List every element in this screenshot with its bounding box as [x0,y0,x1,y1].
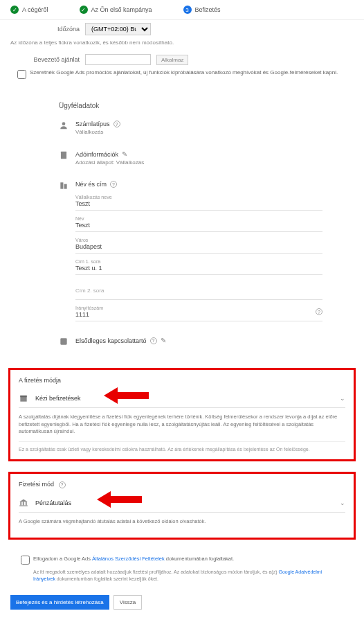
name-field[interactable]: Név Teszt [75,211,322,232]
input-value: 1111 [75,311,103,318]
svg-rect-10 [23,502,24,505]
promo-checkbox-label: Szeretnék Google Ads promóciós ajánlatok… [30,69,338,76]
step-label: Befizetés [195,6,221,13]
back-button[interactable]: Vissza [113,595,142,610]
step-company[interactable]: ✓ A cégéről [10,6,48,14]
input-value: Teszt [75,200,322,207]
selected-value: Kézi befizetések [35,395,333,402]
timezone-label: Időzóna [10,26,80,33]
promo-opt-in: Szeretnék Google Ads promóciós ajánlatok… [0,68,364,86]
step-campaign[interactable]: ✓ Az Ön első kampánya [80,6,152,14]
section-title: Ügyféladatok [59,102,322,109]
box-description: A Google számára végrehajtandó átutalás … [19,518,345,526]
svg-point-0 [62,122,66,125]
input-label: Név [75,216,322,221]
calendar-icon [19,393,28,403]
input-label: Irányítószám [75,305,103,310]
promo-input[interactable] [85,54,151,65]
help-icon[interactable]: ? [59,481,66,488]
account-type-field: Számlatípus ? Vállalkozás [59,116,322,139]
promo-row: Bevezető ajánlat Alkalmaz [0,51,364,68]
field-label: Adóinformációk [75,151,118,158]
field-label: Elsődleges kapcsolattartó [75,337,147,344]
step-label: Az Ön első kampánya [91,6,152,13]
company-name-field[interactable]: Vállalkozás neve Teszt [75,189,322,211]
input-label: Vállalkozás neve [75,195,322,200]
step-payment[interactable]: 3 Befizetés [183,6,221,14]
stepper: ✓ A cégéről ✓ Az Ön első kampánya 3 Befi… [0,0,364,20]
address1-field[interactable]: Cím 1. sora Teszt u. 1 [75,254,322,275]
pencil-icon[interactable]: ✎ [122,150,127,158]
help-icon[interactable]: ? [150,337,157,344]
payment-method-box: A fizetés módja Kézi befizetések ⌄ A szo… [8,368,356,461]
help-icon[interactable]: ? [316,308,322,315]
svg-marker-8 [19,499,28,502]
svg-rect-1 [61,152,66,159]
help-icon[interactable]: ? [113,121,120,127]
payment-mode-box: Fizetési mód ? Pénzátutalás ⌄ A Google s… [8,472,356,540]
field-label: Számlatípus [75,121,110,127]
zip-field[interactable]: Irányítószám 1111 ? [75,300,322,321]
svg-rect-2 [60,182,63,188]
svg-rect-3 [64,184,67,189]
field-label: Név és cím [75,181,107,188]
step-label: A cégéről [22,6,48,13]
check-icon: ✓ [10,6,19,14]
primary-contact-field: Elsődleges kapcsolattartó ? ✎ [59,333,322,351]
svg-rect-4 [60,338,66,344]
payment-mode-select[interactable]: Pénzátutalás ⌄ [19,494,345,513]
name-address-field: Név és cím ? Vállalkozás neve Teszt Név … [59,177,322,326]
input-value: Teszt u. 1 [75,265,322,272]
box-title: A fizetés módja [19,377,345,384]
chevron-down-icon: ⌄ [340,499,345,506]
payment-method-select[interactable]: Kézi befizetések ⌄ [19,389,345,408]
step-number-icon: 3 [183,6,192,14]
input-placeholder: Cím 2. sora [75,281,322,296]
contact-icon [59,337,69,346]
person-icon [59,121,69,130]
chevron-down-icon: ⌄ [340,395,345,402]
apply-button[interactable]: Alkalmaz [156,55,188,65]
timezone-row: Időzóna (GMT+02:00) Budapest [0,20,364,38]
footer-actions: Befejezés és a hirdetés létrehozása Viss… [0,588,364,617]
promo-checkbox[interactable] [17,70,26,79]
input-label: Cím 1. sora [75,259,322,264]
input-value: Budapest [75,243,322,250]
svg-rect-11 [26,502,27,505]
city-field[interactable]: Város Budapest [75,232,322,254]
terms-subtext: Az itt megadott személyes adatait hozzáa… [21,569,343,583]
customer-data-section: Ügyféladatok Számlatípus ? Vállalkozás A… [0,86,364,357]
terms-text: Elfogadom a Google Ads Általános Szerződ… [33,556,234,562]
finish-button[interactable]: Befejezés és a hirdetés létrehozása [10,595,109,610]
box-title: Fizetési mód [19,481,54,488]
terms-checkbox[interactable] [21,556,30,565]
svg-rect-12 [19,505,28,506]
input-label: Város [75,238,322,242]
address2-field[interactable]: Cím 2. sora [75,275,322,300]
timezone-select[interactable]: (GMT+02:00) Budapest [85,23,151,35]
field-value: Vállalkozás [75,129,322,135]
check-icon: ✓ [80,6,88,14]
timezone-helper: Az időzóna a teljes fiókra vonatkozik, é… [0,38,364,51]
bank-icon [19,498,28,508]
svg-rect-9 [20,502,21,505]
tax-field: Adóinformációk ✎ Adózási állapot: Vállal… [59,146,322,170]
promo-label: Bevezető ajánlat [10,56,80,63]
input-value: Teszt [75,222,322,229]
building-icon [59,181,69,191]
document-icon [59,150,69,160]
pencil-icon[interactable]: ✎ [161,337,166,344]
box-note: Ez a szolgáltatás csak üzleti vagy keres… [19,441,345,453]
selected-value: Pénzátutalás [35,499,333,506]
terms-section: Elfogadom a Google Ads Általános Szerződ… [0,550,364,588]
help-icon[interactable]: ? [110,181,117,188]
box-description: A szolgáltatás díjának kiegyenlítése a f… [19,414,345,436]
svg-rect-6 [20,396,26,397]
terms-link[interactable]: Általános Szerződési Feltételek [92,556,165,562]
field-value: Adózási állapot: Vállalkozás [75,159,322,166]
